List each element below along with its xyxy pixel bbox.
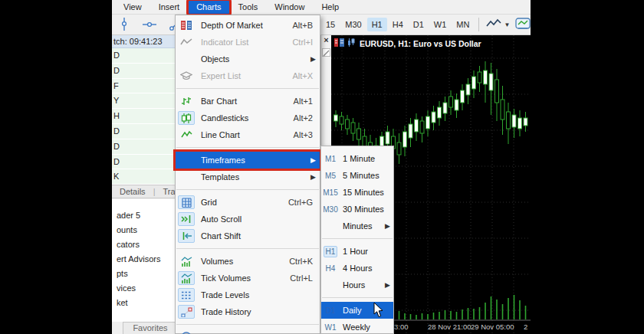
menubar-item-tools[interactable]: Tools — [230, 0, 267, 15]
submenu-item-15-minutes[interactable]: M1515 Minutes — [321, 184, 393, 201]
trade-levels-icon — [178, 288, 195, 302]
submenu-item-weekly[interactable]: W1Weekly — [321, 319, 393, 334]
menu-item-label: Grid — [195, 198, 288, 207]
indicators-button[interactable]: ▼ — [512, 15, 531, 34]
menu-item-shortcut: Ctrl+K — [289, 257, 320, 266]
menubar-item-insert[interactable]: Insert — [150, 0, 189, 15]
submenu-arrow-icon: ▶ — [310, 156, 320, 164]
timeframe-prefix: M1 — [321, 154, 340, 164]
submenu-item-hours[interactable]: Hours▶ — [321, 277, 393, 293]
candlesticks-icon — [178, 111, 195, 125]
menubar-item-help[interactable]: Help — [313, 0, 347, 15]
timeframe-button-15[interactable]: 15 — [321, 18, 340, 31]
menu-item-shortcut: Alt+2 — [294, 113, 320, 123]
submenu-item-4-hours[interactable]: H44 Hours — [321, 260, 393, 277]
submenu-item-1-hour[interactable]: H11 Hour — [321, 243, 393, 260]
menu-item-label: Volumes — [195, 257, 289, 266]
timeframe-prefix-box — [324, 287, 337, 288]
timeframe-button-mn[interactable]: MN — [452, 18, 474, 31]
submenu-item-label: Weekly — [340, 323, 393, 332]
timeframe-button-h4[interactable]: H4 — [388, 18, 408, 31]
toolbar-separator — [478, 18, 479, 31]
menu-item-shortcut: Alt+3 — [294, 130, 320, 139]
chart-shift-icon — [178, 229, 195, 243]
menu-icon-slot — [178, 52, 195, 66]
bar-chart-icon — [178, 94, 195, 108]
menu-item-tick-volumes[interactable]: Tick VolumesCtrl+L — [176, 270, 320, 287]
timeframe-prefix-box — [324, 228, 337, 229]
trade-history-icon — [178, 305, 195, 319]
horizontal-line-icon[interactable] — [142, 17, 157, 33]
submenu-arrow-icon: ▶ — [385, 281, 393, 289]
menu-item-label: Trade Levels — [195, 290, 320, 300]
submenu-item-label: 1 Hour — [340, 247, 393, 256]
timeframe-prefix: M5 — [321, 171, 340, 181]
menu-item-templates[interactable]: Templates▶ — [176, 169, 320, 185]
timeframe-prefix-box: M15 — [322, 188, 338, 198]
menu-item-chart-shift[interactable]: Chart Shift — [176, 228, 320, 244]
timeframe-button-h1[interactable]: H1 — [367, 18, 387, 31]
menu-item-zoom-in[interactable]: Zoom In+ — [176, 329, 320, 334]
menu-item-shortcut: Ctrl+G — [288, 198, 320, 207]
timeframe-prefix — [321, 222, 340, 231]
menu-item-label: Tick Volumes — [195, 273, 290, 283]
menu-separator — [322, 238, 393, 239]
timeframe-button-m30[interactable]: M30 — [340, 18, 366, 31]
menu-item-trade-levels[interactable]: Trade Levels — [176, 287, 320, 303]
submenu-item-minutes[interactable]: Minutes▶ — [321, 218, 393, 234]
timeframe-prefix-box: M30 — [322, 205, 338, 214]
timeframe-prefix-box: H4 — [324, 264, 337, 273]
submenu-item-30-minutes[interactable]: M3030 Minutes — [321, 201, 393, 218]
timeframe-prefix-box: H1 — [324, 246, 337, 257]
menu-item-shortcut: Ctrl+I — [292, 38, 320, 47]
timeframe-prefix-box: W1 — [324, 323, 337, 332]
submenu-item-1-minute[interactable]: M11 Minute — [321, 150, 393, 167]
timeframe-prefix-box: D1 — [324, 306, 337, 316]
menu-item-label: Timeframes — [195, 156, 310, 165]
menu-item-timeframes[interactable]: Timeframes▶ — [176, 152, 320, 169]
menu-separator — [176, 147, 319, 148]
submenu-item-label: Hours — [340, 280, 385, 290]
menu-item-indicator-list[interactable]: Indicator ListCtrl+I — [176, 34, 320, 51]
menu-item-grid[interactable]: GridCtrl+G — [176, 194, 320, 211]
chart-type-button[interactable]: ▼ — [483, 16, 512, 33]
menu-item-objects[interactable]: Objects▶ — [176, 51, 320, 67]
tab-favorites[interactable]: Favorites — [123, 322, 178, 334]
menubar-item-charts[interactable]: Charts — [188, 0, 229, 15]
menubar-item-window[interactable]: Window — [266, 0, 313, 15]
chevron-down-icon: ▼ — [504, 21, 510, 28]
timeframe-button-d1[interactable]: D1 — [409, 18, 429, 31]
submenu-item-5-minutes[interactable]: M55 Minutes — [321, 167, 393, 184]
menu-item-bar-chart[interactable]: Bar ChartAlt+1 — [176, 93, 320, 110]
menu-item-trade-history[interactable]: Trade History — [176, 303, 320, 320]
tick-volumes-icon — [178, 271, 195, 285]
crosshair-tool-icon[interactable] — [322, 48, 330, 57]
menu-item-depth-of-market[interactable]: Depth Of MarketAlt+B — [176, 17, 320, 34]
menu-item-label: Auto Scroll — [195, 214, 320, 224]
x-axis-label: 2 — [524, 323, 527, 331]
menubar-item-view[interactable]: View — [115, 0, 150, 15]
menu-item-auto-scroll[interactable]: Auto Scroll — [176, 211, 320, 228]
menu-item-volumes[interactable]: VolumesCtrl+K — [176, 253, 320, 270]
menu-item-shortcut: Alt+X — [292, 71, 320, 80]
chart-title-text: EURUSD, H1: Euro vs US Dollar — [360, 39, 481, 48]
indicators-icon — [514, 17, 531, 32]
submenu-arrow-icon: ▶ — [310, 173, 320, 181]
grid-icon — [178, 195, 195, 209]
menu-item-label: Indicator List — [195, 38, 292, 47]
submenu-arrow-icon: ▶ — [385, 222, 393, 230]
menu-separator — [176, 324, 319, 325]
menu-separator — [176, 88, 319, 89]
menu-item-line-chart[interactable]: Line ChartAlt+3 — [176, 126, 320, 143]
menu-item-expert-list[interactable]: Expert ListAlt+X — [176, 67, 320, 84]
menu-item-label: Expert List — [195, 71, 292, 80]
menu-separator — [176, 248, 319, 249]
menu-item-candlesticks[interactable]: CandlesticksAlt+2 — [176, 110, 320, 126]
timeframe-prefix-box: M5 — [324, 171, 337, 181]
vertical-line-icon[interactable] — [118, 17, 130, 33]
close-icon[interactable]: × — [321, 35, 331, 46]
timeframe-button-w1[interactable]: W1 — [429, 18, 452, 31]
market-watch-tab-details[interactable]: Details — [112, 185, 153, 198]
menu-item-label: Line Chart — [195, 130, 294, 139]
menu-item-label: Depth Of Market — [195, 21, 292, 30]
